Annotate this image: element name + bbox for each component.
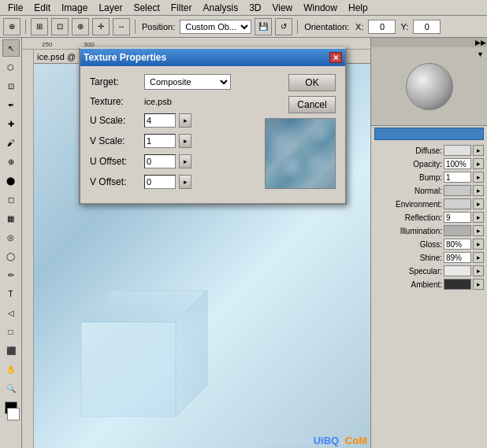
menu-edit[interactable]: Edit: [29, 1, 55, 15]
ok-button[interactable]: OK: [288, 74, 336, 91]
menu-file[interactable]: File: [3, 1, 28, 15]
v-offset-arrow[interactable]: ▸: [179, 175, 191, 189]
ambient-btn[interactable]: ▸: [473, 279, 484, 290]
tool-pen[interactable]: ✏: [2, 266, 20, 283]
dialog-title: Texture Properties: [84, 52, 166, 63]
material-preview: ▼: [371, 47, 487, 126]
tool-lasso[interactable]: ⬡: [2, 58, 20, 76]
material-properties: Diffuse: ▸ Opacity: ▸ Bump: ▸ Normal: ▸ …: [371, 142, 487, 448]
toolbar-btn-3[interactable]: ⊡: [51, 18, 69, 35]
target-row: Target: Composite: [90, 74, 257, 90]
gloss-input[interactable]: [444, 239, 471, 250]
tool-zoom[interactable]: 🔍: [2, 380, 20, 397]
tool-history[interactable]: ⬤: [2, 172, 20, 189]
opacity-btn[interactable]: ▸: [473, 158, 484, 169]
panel-expand-btn[interactable]: ▼: [477, 50, 484, 58]
tool-type[interactable]: T: [2, 285, 20, 302]
toolbar-sep-1: [25, 20, 26, 34]
panel-collapse-icon[interactable]: ▶▶: [475, 39, 486, 46]
v-offset-input[interactable]: [144, 175, 176, 189]
menu-layer[interactable]: Layer: [94, 1, 127, 15]
dialog-close-button[interactable]: ✕: [329, 52, 342, 63]
normal-label: Normal:: [395, 187, 442, 195]
bump-input[interactable]: [444, 172, 471, 183]
v-offset-label: V Offset:: [90, 176, 141, 187]
tool-shape[interactable]: □: [2, 323, 20, 340]
tool-gradient[interactable]: ▦: [2, 209, 20, 227]
dialog-body: Target: Composite Texture: ice.psb U Sca…: [80, 66, 345, 203]
toolbar-btn-1[interactable]: ⊕: [3, 18, 20, 35]
diffuse-color[interactable]: [444, 145, 471, 156]
gloss-row: Gloss: ▸: [374, 239, 484, 250]
tool-bg-color[interactable]: [7, 408, 20, 420]
bump-btn[interactable]: ▸: [473, 172, 484, 183]
toolbar-btn-move[interactable]: ✛: [92, 18, 110, 35]
diffuse-label: Diffuse:: [395, 146, 442, 155]
x-input[interactable]: [368, 20, 396, 34]
environment-row: Environment: ▸: [374, 198, 484, 209]
diffuse-row: Diffuse: ▸: [374, 145, 484, 156]
u-offset-arrow[interactable]: ▸: [179, 154, 191, 168]
y-input[interactable]: [413, 20, 441, 34]
reflection-btn[interactable]: ▸: [473, 212, 484, 223]
tool-brush[interactable]: 🖌: [2, 134, 20, 151]
normal-btn[interactable]: ▸: [473, 185, 484, 196]
texture-properties-dialog[interactable]: Texture Properties ✕ Target: Composite T…: [79, 47, 347, 205]
opacity-input[interactable]: [444, 158, 471, 169]
svg-marker-3: [81, 322, 176, 417]
toolbar-btn-4[interactable]: ⊕: [72, 18, 89, 35]
tool-path[interactable]: ◁: [2, 304, 20, 321]
u-scale-input[interactable]: [144, 113, 176, 128]
normal-color[interactable]: [444, 185, 471, 196]
specular-row: Specular: ▸: [374, 265, 484, 276]
position-select[interactable]: Custom Ob...: [180, 20, 251, 34]
tool-crop[interactable]: ⊡: [2, 77, 20, 94]
v-scale-input[interactable]: [144, 134, 176, 148]
shine-input[interactable]: [444, 252, 471, 263]
tool-dodge[interactable]: ◯: [2, 247, 20, 265]
toolbar-btn-6[interactable]: ↺: [275, 18, 292, 35]
menu-analysis[interactable]: Analysis: [198, 1, 243, 15]
tool-blur[interactable]: ◎: [2, 228, 20, 246]
specular-btn[interactable]: ▸: [473, 265, 484, 276]
tool-eraser[interactable]: ◻: [2, 191, 20, 208]
tool-eyedrop[interactable]: ✒: [2, 96, 20, 113]
shine-row: Shine: ▸: [374, 252, 484, 263]
ambient-color[interactable]: [444, 279, 471, 290]
ambient-label: Ambient:: [395, 280, 442, 289]
menu-select[interactable]: Select: [128, 1, 164, 15]
tool-heal[interactable]: ✚: [2, 115, 20, 132]
target-select[interactable]: Composite: [144, 74, 231, 90]
menu-filter[interactable]: Filter: [166, 1, 197, 15]
menu-help[interactable]: Help: [344, 1, 373, 15]
cancel-button[interactable]: Cancel: [288, 96, 336, 113]
position-label: Position:: [140, 22, 177, 31]
toolbar-sep-2: [135, 20, 136, 34]
environment-btn[interactable]: ▸: [473, 198, 484, 209]
menu-3d[interactable]: 3D: [244, 1, 266, 15]
bump-row: Bump: ▸: [374, 172, 484, 183]
v-scale-label: V Scale:: [90, 135, 141, 146]
watermark: 网络设计论坛 www.missvuan.com UiBQ . CoM: [193, 435, 367, 446]
specular-color[interactable]: [444, 265, 471, 276]
v-scale-arrow[interactable]: ▸: [179, 134, 191, 148]
toolbar-btn-5[interactable]: ↔: [113, 18, 130, 35]
gloss-btn[interactable]: ▸: [473, 239, 484, 250]
toolbar-save-btn[interactable]: 💾: [255, 18, 272, 35]
illumination-btn[interactable]: ▸: [473, 225, 484, 236]
menu-view[interactable]: View: [267, 1, 297, 15]
toolbar-btn-2[interactable]: ⊞: [31, 18, 48, 35]
environment-color[interactable]: [444, 198, 471, 209]
tool-3d[interactable]: ⬛: [2, 342, 20, 359]
menu-image[interactable]: Image: [57, 1, 92, 15]
u-scale-arrow[interactable]: ▸: [179, 113, 191, 128]
shine-btn[interactable]: ▸: [473, 252, 484, 263]
tool-hand[interactable]: ✋: [2, 361, 20, 378]
tool-select[interactable]: ↖: [2, 39, 20, 57]
menu-window[interactable]: Window: [299, 1, 342, 15]
diffuse-btn[interactable]: ▸: [473, 145, 484, 156]
u-offset-input[interactable]: [144, 154, 176, 168]
tool-clone[interactable]: ⊕: [2, 153, 20, 170]
reflection-input[interactable]: [444, 212, 471, 223]
illumination-color[interactable]: [444, 225, 471, 236]
